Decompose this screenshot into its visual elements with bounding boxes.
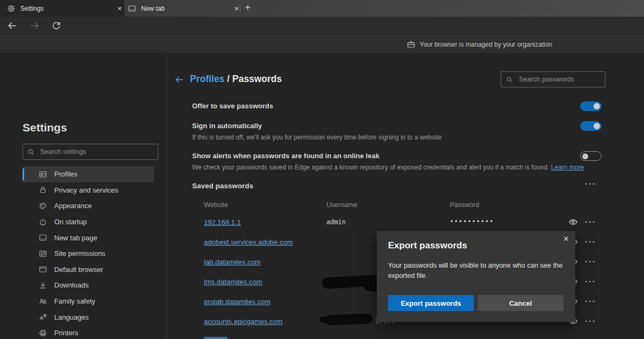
new-tab-button[interactable]: + <box>245 2 251 13</box>
new-tab-page-icon <box>128 4 136 13</box>
sidebar-item-printers[interactable]: Printers <box>23 325 154 339</box>
family-icon <box>39 297 47 306</box>
sidebar-item-appearance[interactable]: Appearance <box>23 198 154 214</box>
show-password-eye-icon[interactable] <box>568 217 578 227</box>
setting-description: If this is turned off, we'll ask you for… <box>192 134 442 141</box>
sidebar-item-family-safety[interactable]: Family safety <box>23 293 154 309</box>
toggle-leak-alerts[interactable] <box>580 151 602 161</box>
edge-browser-window: Settings × New tab × + <box>0 0 644 339</box>
saved-passwords-heading: Saved passwords <box>192 182 253 190</box>
tab-settings[interactable]: Settings × <box>0 0 125 17</box>
sidebar-item-label: Default browser <box>54 266 103 274</box>
back-icon[interactable] <box>8 21 17 31</box>
password-row-more-icon[interactable]: ··· <box>585 297 596 306</box>
sidebar-title: Settings <box>23 121 67 134</box>
dialog-close-icon[interactable]: × <box>563 233 569 245</box>
password-row-website-link[interactable]: prolab.datamites.com <box>204 298 270 306</box>
sidebar-item-default-browser[interactable]: Default browser <box>23 262 154 278</box>
sidebar-item-new-tab-page[interactable]: New tab page <box>23 230 154 246</box>
gear-icon <box>7 4 16 13</box>
tab-new-tab[interactable]: New tab × <box>122 0 241 17</box>
password-search-box[interactable] <box>501 71 605 87</box>
search-icon <box>506 76 513 84</box>
sidebar-item-profiles[interactable]: Profiles <box>23 166 154 182</box>
password-row-more-icon[interactable]: ··· <box>585 257 596 266</box>
tab-divider <box>240 4 240 12</box>
reload-icon[interactable] <box>52 21 61 31</box>
column-header-password: Password <box>450 201 479 209</box>
password-row-more-icon[interactable]: ··· <box>585 277 596 286</box>
sidebar-nav: Profiles Privacy and services Appearance… <box>23 166 154 339</box>
saved-passwords-more-icon[interactable]: ··· <box>585 179 596 188</box>
export-passwords-button[interactable]: Export passwords <box>388 295 474 311</box>
toggle-knob <box>582 153 588 159</box>
cancel-button[interactable]: Cancel <box>478 295 564 311</box>
new-tab-page-icon <box>39 233 47 242</box>
column-header-username: Username <box>326 201 357 209</box>
setting-label-offer-to-save: Offer to save passwords <box>192 102 273 110</box>
palette-icon <box>39 202 47 210</box>
breadcrumb: Profiles / Passwords <box>190 73 282 85</box>
tab-title: New tab <box>141 5 232 12</box>
partial-next-row-link <box>204 337 228 339</box>
sidebar-item-downloads[interactable]: Downloads <box>23 277 154 293</box>
sidebar-item-on-startup[interactable]: On startup <box>23 214 154 230</box>
default-browser-icon <box>39 265 47 274</box>
password-row-more-icon[interactable]: ··· <box>585 217 596 226</box>
tab-strip: Settings × New tab × + <box>0 0 644 17</box>
learn-more-link[interactable]: Learn more <box>551 164 584 171</box>
managed-banner: Your browser is managed by your organiza… <box>0 35 644 53</box>
password-row-website-link[interactable]: 192.168.1.1 <box>204 218 241 226</box>
password-row-website-link[interactable]: lms.datamites.com <box>204 278 262 286</box>
lock-icon <box>39 186 47 194</box>
sidebar-item-label: Privacy and services <box>54 186 118 194</box>
browser-toolbar: Edge | edge://settings/passwords <box>0 17 644 35</box>
sidebar-item-label: Appearance <box>54 202 92 210</box>
translate-icon <box>39 313 47 321</box>
settings-search-box[interactable] <box>23 144 158 160</box>
power-icon <box>39 218 47 226</box>
briefcase-icon <box>407 40 415 49</box>
printer-icon <box>39 329 47 337</box>
password-search-input[interactable] <box>518 75 605 84</box>
redaction-scribble <box>325 313 373 325</box>
toggle-knob <box>594 103 600 109</box>
download-arrow-icon <box>39 281 47 290</box>
toggle-sign-in-automatically[interactable] <box>580 121 602 131</box>
sidebar-item-label: Site permissions <box>54 249 105 257</box>
sidebar-item-label: On startup <box>54 218 87 226</box>
password-row-more-icon[interactable]: ··· <box>585 316 596 326</box>
tab-title: Settings <box>20 5 115 12</box>
page-title: Passwords <box>232 73 282 84</box>
sidebar-item-site-permissions[interactable]: Site permissions <box>23 246 154 262</box>
breadcrumb-back-icon[interactable] <box>175 75 184 84</box>
sidebar-item-label: Profiles <box>54 170 77 178</box>
settings-sidebar: Settings Profiles Privacy and services <box>0 53 167 339</box>
site-permissions-icon <box>39 249 47 258</box>
sidebar-item-label: Family safety <box>54 297 96 305</box>
toggle-offer-to-save[interactable] <box>580 101 602 111</box>
setting-label-leak-alerts: Show alerts when passwords are found in … <box>192 152 379 160</box>
toggle-knob <box>594 123 600 129</box>
sidebar-item-privacy[interactable]: Privacy and services <box>23 182 154 198</box>
sidebar-item-languages[interactable]: Languages <box>23 309 154 325</box>
password-row-website-link[interactable]: accounts.epicgames.com <box>204 318 283 326</box>
setting-description: We check your passwords saved in Edge ag… <box>192 164 584 171</box>
search-icon <box>27 148 34 156</box>
password-row-more-icon[interactable]: ··· <box>585 237 596 246</box>
redaction-scribble <box>320 316 328 323</box>
profiles-card-icon <box>39 170 47 179</box>
settings-search-input[interactable] <box>39 148 158 156</box>
forward-icon[interactable] <box>30 21 39 31</box>
password-row-website-link[interactable]: lab.datamites.com <box>204 258 261 266</box>
export-passwords-dialog: × Export passwords Your passwords will b… <box>377 231 575 322</box>
breadcrumb-profiles-link[interactable]: Profiles <box>190 73 224 84</box>
password-row-website-link[interactable]: adobeid.services.adobe.com <box>204 238 293 246</box>
password-row-masked-password: •••••••••• <box>450 218 494 225</box>
column-header-website: Website <box>204 201 228 209</box>
dialog-title: Export passwords <box>388 240 467 251</box>
managed-banner-text: Your browser is managed by your organiza… <box>420 41 552 48</box>
sidebar-item-label: New tab page <box>54 234 97 242</box>
password-row-username: admin <box>326 218 346 226</box>
breadcrumb-separator: / <box>224 73 232 84</box>
